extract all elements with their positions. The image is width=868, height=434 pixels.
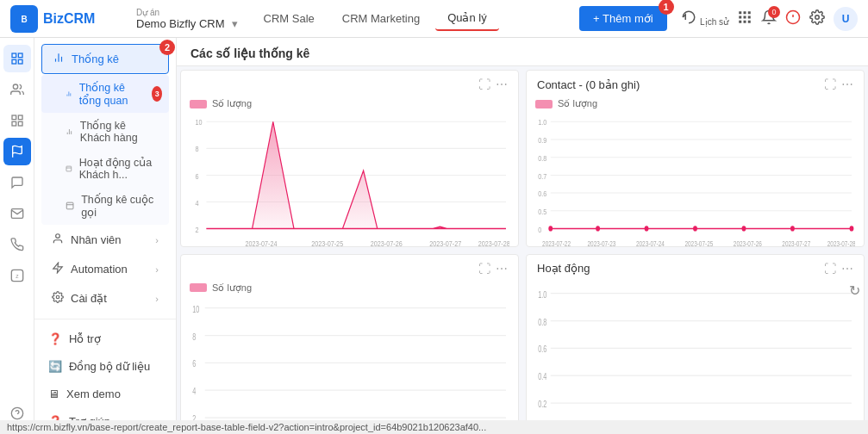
svg-rect-4 <box>748 11 751 14</box>
svg-rect-23 <box>18 121 22 126</box>
bottom-left-chart-header: ⛶ ⋯ <box>181 255 518 279</box>
sidebar-sub-hoat-dong[interactable]: Hoạt động của Khách h... <box>41 150 169 187</box>
svg-text:0: 0 <box>538 225 541 234</box>
apps-button[interactable] <box>737 9 752 28</box>
svg-rect-10 <box>748 20 751 22</box>
svg-text:0.6: 0.6 <box>538 189 546 198</box>
content-header: Các số liệu thống kê <box>177 38 868 66</box>
svg-point-74 <box>548 226 553 231</box>
nav-quan-ly[interactable]: Quản lý <box>435 6 499 31</box>
alert-button[interactable] <box>785 9 801 28</box>
nav-crm-marketing[interactable]: CRM Marketing <box>330 7 432 30</box>
contact-chart-actions: ⛶ ⋯ <box>824 78 853 91</box>
icon-bar-mail[interactable] <box>3 200 31 227</box>
sidebar-item-automation[interactable]: Automation › <box>41 255 169 283</box>
svg-text:4: 4 <box>195 198 198 208</box>
icon-bar-contacts[interactable] <box>3 76 31 103</box>
svg-text:2023-07-28: 2023-07-28 <box>478 239 509 246</box>
charts-area: ⛶ ⋯ Số lượng 10 8 6 4 2 <box>177 66 868 434</box>
sidebar-item-thong-ke[interactable]: Thống kê 2 <box>41 44 169 74</box>
svg-rect-38 <box>66 166 72 171</box>
svg-text:0.2: 0.2 <box>538 398 546 409</box>
contact-chart-body: Số lượng 1.0 0.9 0.8 0.7 0.6 0.5 0 <box>527 95 864 246</box>
expand-icon[interactable]: ⛶ <box>824 262 836 276</box>
project-label: Dự án <box>136 8 238 17</box>
svg-rect-40 <box>66 202 73 209</box>
svg-point-79 <box>790 226 795 231</box>
main-chart-body: Số lượng 10 8 6 4 2 <box>181 95 518 246</box>
main-chart-legend: Số lượng <box>190 98 509 109</box>
icon-bar-phone[interactable] <box>3 231 31 258</box>
svg-rect-7 <box>748 16 751 18</box>
svg-text:2023-07-27: 2023-07-27 <box>782 239 810 246</box>
legend-color-contact <box>535 100 553 108</box>
arrow-icon: › <box>155 235 159 245</box>
svg-rect-21 <box>18 115 22 120</box>
logo-text: BizCRM <box>43 11 95 27</box>
sidebar-label-automation: Automation <box>71 263 128 276</box>
nav-right-icons: Lịch sử 0 U <box>681 7 858 31</box>
svg-text:B: B <box>21 15 27 24</box>
person-icon <box>52 232 64 247</box>
sidebar-xem-demo[interactable]: 🖥 Xem demo <box>38 381 172 407</box>
xem-demo-label: Xem demo <box>66 388 121 400</box>
svg-point-42 <box>56 234 60 239</box>
more-icon[interactable]: ⋯ <box>841 78 853 91</box>
more-icon[interactable]: ⋯ <box>496 262 508 276</box>
svg-text:2023-07-26: 2023-07-26 <box>371 239 403 246</box>
sidebar-item-nhan-vien[interactable]: Nhân viên › <box>41 226 169 254</box>
sidebar-item-cai-dat[interactable]: Cài đặt › <box>41 284 169 313</box>
automation-icon <box>52 262 64 276</box>
sub-label-cuoc-goi: Thống kê cuộc gọi <box>81 193 159 219</box>
sidebar-sub-cuoc-goi[interactable]: Thống kê cuộc gọi <box>41 187 169 225</box>
legend-color-bottom <box>190 283 207 292</box>
svg-text:Z: Z <box>16 274 19 279</box>
svg-point-44 <box>56 295 59 299</box>
contact-chart-legend: Số lượng <box>535 98 855 109</box>
svg-point-75 <box>596 226 600 231</box>
dong-bo-label: Đồng bộ dữ liệu <box>69 360 150 373</box>
add-new-button[interactable]: + Thêm mới <box>579 6 667 31</box>
chevron-down-icon: ▾ <box>232 17 238 30</box>
svg-text:10: 10 <box>195 118 202 127</box>
expand-icon[interactable]: ⛶ <box>824 78 836 91</box>
icon-bar-chat[interactable] <box>3 169 31 196</box>
sidebar-ho-tro[interactable]: ❓ Hỗ trợ <box>38 326 172 352</box>
sidebar-dong-bo[interactable]: 🔄 Đồng bộ dữ liệu <box>38 353 172 380</box>
more-icon[interactable]: ⋯ <box>496 78 508 91</box>
sidebar-bottom: ❓ Hỗ trợ 🔄 Đồng bộ dữ liệu 🖥 Xem demo ❓ … <box>34 319 176 434</box>
sidebar-sub-khach-hang[interactable]: Thống kê Khách hàng <box>41 113 169 150</box>
icon-bar-home[interactable] <box>3 45 31 72</box>
hoat-dong-chart-header: Hoạt động ⛶ ⋯ <box>527 255 864 279</box>
svg-text:4: 4 <box>192 385 197 396</box>
settings-button[interactable] <box>809 9 825 28</box>
icon-bar-zalo[interactable]: Z <box>3 262 31 289</box>
svg-text:0.9: 0.9 <box>538 135 546 145</box>
svg-text:0.4: 0.4 <box>538 370 547 381</box>
svg-text:6: 6 <box>195 171 198 181</box>
arrow-icon: › <box>155 264 159 275</box>
more-icon[interactable]: ⋯ <box>841 262 853 276</box>
ho-tro-label: Hỗ trợ <box>69 332 101 345</box>
hoat-dong-chart-body: 1.0 0.8 0.6 0.4 0.2 ↻ <box>527 279 864 431</box>
svg-text:2023-07-24: 2023-07-24 <box>246 239 278 246</box>
svg-rect-2 <box>739 11 741 14</box>
svg-point-19 <box>13 84 17 89</box>
icon-bar-grid[interactable] <box>3 107 31 134</box>
svg-text:2: 2 <box>195 225 198 234</box>
refresh-icon[interactable]: ↻ <box>849 282 860 299</box>
project-selector[interactable]: Dự án Demo Bizfly CRM ▾ <box>136 8 238 30</box>
svg-text:0.8: 0.8 <box>538 315 546 326</box>
arrow-icon: › <box>155 294 159 304</box>
user-avatar-button[interactable]: U <box>834 7 858 31</box>
expand-icon[interactable]: ⛶ <box>478 262 490 276</box>
bottom-left-legend: Số lượng <box>190 282 509 294</box>
history-button[interactable]: Lịch sử <box>681 9 728 28</box>
nav-crm-sale[interactable]: CRM Sale <box>252 7 327 30</box>
notification-area: 0 <box>761 9 777 28</box>
expand-icon[interactable]: ⛶ <box>478 78 490 91</box>
icon-bar-flag[interactable] <box>3 138 31 165</box>
hoat-dong-svg: 1.0 0.8 0.6 0.4 0.2 <box>535 282 855 425</box>
badge-1: 1 <box>659 0 674 15</box>
sidebar-sub-tong-quan[interactable]: Thống kê tổng quan 3 <box>41 75 169 113</box>
